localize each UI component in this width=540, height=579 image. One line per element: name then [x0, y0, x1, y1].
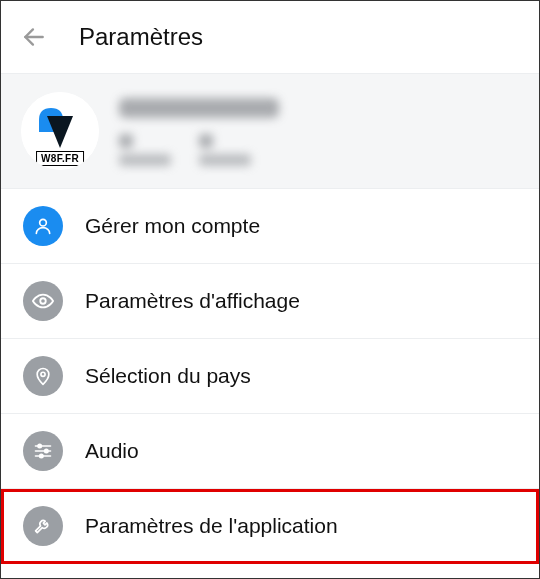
menu-item-label: Sélection du pays: [85, 364, 251, 388]
svg-point-2: [40, 219, 47, 226]
profile-info-blurred: [119, 92, 519, 166]
eye-icon: [23, 281, 63, 321]
menu-item-label: Paramètres d'affichage: [85, 289, 300, 313]
menu-item-audio[interactable]: Audio: [1, 414, 539, 489]
svg-point-4: [41, 372, 45, 376]
menu-item-app-settings[interactable]: Paramètres de l'application: [1, 489, 539, 564]
person-icon: [23, 206, 63, 246]
svg-point-8: [38, 444, 41, 447]
menu-item-country-selection[interactable]: Sélection du pays: [1, 339, 539, 414]
svg-point-9: [45, 449, 48, 452]
menu-item-label: Paramètres de l'application: [85, 514, 338, 538]
menu-item-display-settings[interactable]: Paramètres d'affichage: [1, 264, 539, 339]
sliders-icon: [23, 431, 63, 471]
menu-item-label: Gérer mon compte: [85, 214, 260, 238]
app-header: Paramètres: [1, 1, 539, 73]
wrench-icon: [23, 506, 63, 546]
menu-item-manage-account[interactable]: Gérer mon compte: [1, 189, 539, 264]
back-arrow-icon[interactable]: [21, 24, 47, 50]
svg-point-3: [40, 298, 46, 304]
menu-item-label: Audio: [85, 439, 139, 463]
settings-list: Gérer mon compte Paramètres d'affichage …: [1, 189, 539, 564]
location-pin-icon: [23, 356, 63, 396]
page-title: Paramètres: [79, 23, 203, 51]
svg-point-10: [40, 454, 43, 457]
profile-section[interactable]: W8F.FR: [1, 73, 539, 189]
avatar: W8F.FR: [21, 92, 99, 170]
avatar-badge: W8F.FR: [36, 151, 84, 166]
